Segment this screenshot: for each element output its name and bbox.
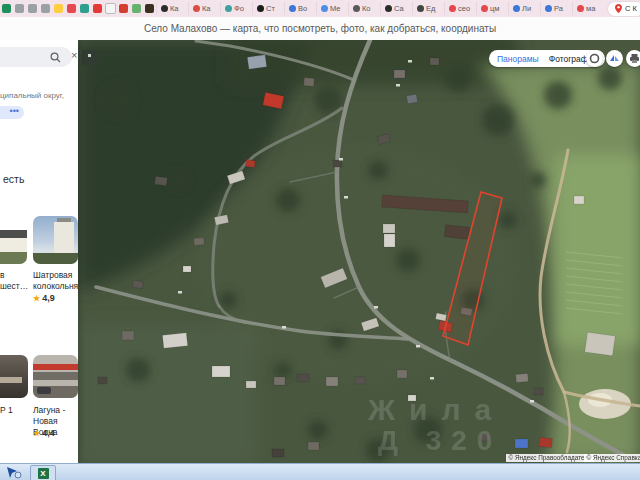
card-rating: ★4,9: [33, 293, 55, 303]
tab-label: Ст: [266, 4, 275, 13]
tab-label: Ме: [330, 4, 341, 13]
photo-card-interior[interactable]: [0, 355, 28, 398]
sheet-icon[interactable]: [26, 0, 39, 17]
sheet-icon[interactable]: [39, 0, 52, 17]
yandex-icon[interactable]: [52, 0, 65, 17]
panorama-ring-button[interactable]: [586, 50, 603, 67]
search-input[interactable]: [0, 47, 72, 67]
photo-detail: [33, 372, 78, 380]
browser-tab[interactable]: Ед: [412, 2, 444, 15]
more-link-chip[interactable]: •••: [0, 106, 24, 119]
photo-detail: [0, 252, 27, 264]
search-icon[interactable]: [50, 52, 61, 63]
chart-icon[interactable]: [78, 0, 91, 17]
photo-card-bell-tower[interactable]: [33, 216, 78, 264]
sheet-icon[interactable]: [13, 0, 26, 17]
browser-tab[interactable]: Ко: [348, 2, 380, 15]
browser-window: КаКаФоСтВоМеКоСаЕдсеоцмЛиРама С К + Село…: [0, 0, 640, 480]
star-icon: ★: [33, 294, 40, 303]
card-title[interactable]: вшест…: [0, 270, 27, 292]
tab-label: сео: [458, 4, 470, 13]
photo-card-lagoon[interactable]: [33, 355, 78, 398]
tab-label: Са: [394, 4, 404, 13]
browser-tab-strip: КаКаФоСтВоМеКоСаЕдсеоцмЛиРама С К +: [0, 0, 640, 17]
section-heading-fragment: есть: [3, 173, 24, 185]
tab-label: Ед: [426, 4, 435, 13]
red-circle-icon[interactable]: [117, 0, 130, 17]
map-pin-icon: [615, 4, 622, 13]
tab-label: Ра: [554, 4, 563, 13]
browser-tab[interactable]: Ме: [316, 2, 348, 15]
tab-label: ма: [586, 4, 595, 13]
print-icon: [629, 53, 640, 64]
excel-icon[interactable]: [0, 0, 13, 17]
browser-tab[interactable]: Ст: [252, 2, 284, 15]
map-sidebar: × ципальный округ, ••• есть вшест… Шатро…: [0, 40, 78, 463]
panoramas-button[interactable]: Панорамы: [497, 54, 539, 64]
photo-detail: [33, 364, 78, 370]
content-area: × ципальный округ, ••• есть вшест… Шатро…: [0, 40, 640, 463]
photo-card-monastery[interactable]: [0, 216, 27, 264]
card-rating: ★4,4: [33, 428, 55, 438]
browser-tab[interactable]: Са: [380, 2, 412, 15]
active-tab-label: С К: [625, 4, 637, 13]
photo-detail: [37, 387, 51, 394]
browser-tab[interactable]: сео: [444, 2, 476, 15]
map-copyright[interactable]: © Яндекс Правообладатели: [506, 454, 594, 462]
tab-favicon-icon: [385, 5, 392, 12]
tab-favicon-icon: [481, 5, 488, 12]
tab-label: цм: [490, 4, 499, 13]
photo-detail: [0, 377, 22, 383]
tab-favicon-icon: [417, 5, 424, 12]
file-transfer-taskbar-icon[interactable]: [5, 465, 23, 479]
excel-icon: X: [38, 468, 49, 479]
satellite-map[interactable]: Жила Д 320 Панорамы Фотографии: [78, 40, 640, 463]
card-title[interactable]: Шатроваяколокольня: [33, 270, 78, 292]
map-corner-chip: [82, 50, 97, 65]
active-tab[interactable]: С К: [608, 2, 640, 16]
browser-tab[interactable]: цм: [476, 2, 508, 15]
tab-label: Ка: [202, 4, 211, 13]
youtube-icon[interactable]: [91, 0, 104, 17]
browser-tab[interactable]: Ра: [540, 2, 572, 15]
photo-detail: [54, 222, 74, 256]
taskbar: X: [0, 463, 640, 480]
tab-favicon-icon: [545, 5, 552, 12]
browser-tab[interactable]: Фо: [220, 2, 252, 15]
tab-label: Ли: [522, 4, 531, 13]
pinned-tabs: [0, 0, 156, 17]
palette-icon[interactable]: [130, 0, 143, 17]
tab-favicon-icon: [225, 5, 232, 12]
doc-icon[interactable]: [104, 0, 117, 17]
browser-toolbar: Село Малахово — карта, что посмотреть, ф…: [0, 17, 640, 41]
browser-tab[interactable]: Ка: [156, 2, 188, 15]
mirrors-button[interactable]: [606, 50, 623, 67]
tab-favicon-icon: [321, 5, 328, 12]
tab-favicon-icon: [577, 5, 584, 12]
dark-square-icon[interactable]: [143, 0, 156, 17]
browser-tab[interactable]: Ка: [188, 2, 220, 15]
watermark: Жила Д 320: [367, 393, 505, 456]
print-button[interactable]: [626, 50, 640, 67]
page-title: Село Малахово — карта, что посмотреть, ф…: [144, 23, 496, 34]
tab-label: Фо: [234, 4, 244, 13]
browser-tab[interactable]: ма: [572, 2, 604, 15]
satellite-imagery: Жила Д 320: [78, 40, 640, 463]
tab-favicon-icon: [449, 5, 456, 12]
tab-label: Ко: [362, 4, 371, 13]
red-dot-icon[interactable]: [65, 0, 78, 17]
browser-tab[interactable]: Во: [284, 2, 316, 15]
excel-taskbar-button[interactable]: X: [30, 465, 56, 480]
close-icon[interactable]: ×: [71, 49, 77, 61]
map-copyright[interactable]: © Яндекс Справка: [584, 454, 640, 462]
tab-favicon-icon: [289, 5, 296, 12]
browser-tab[interactable]: Ли: [508, 2, 540, 15]
terrain: [78, 40, 640, 463]
labeled-tabs: КаКаФоСтВоМеКоСаЕдсеоцмЛиРама: [156, 0, 604, 17]
star-icon: ★: [33, 429, 40, 438]
svg-text:Жила: Жила: [367, 393, 505, 426]
tab-favicon-icon: [513, 5, 520, 12]
tab-favicon-icon: [353, 5, 360, 12]
tab-favicon-icon: [257, 5, 264, 12]
card-title[interactable]: Р 1: [0, 405, 27, 416]
